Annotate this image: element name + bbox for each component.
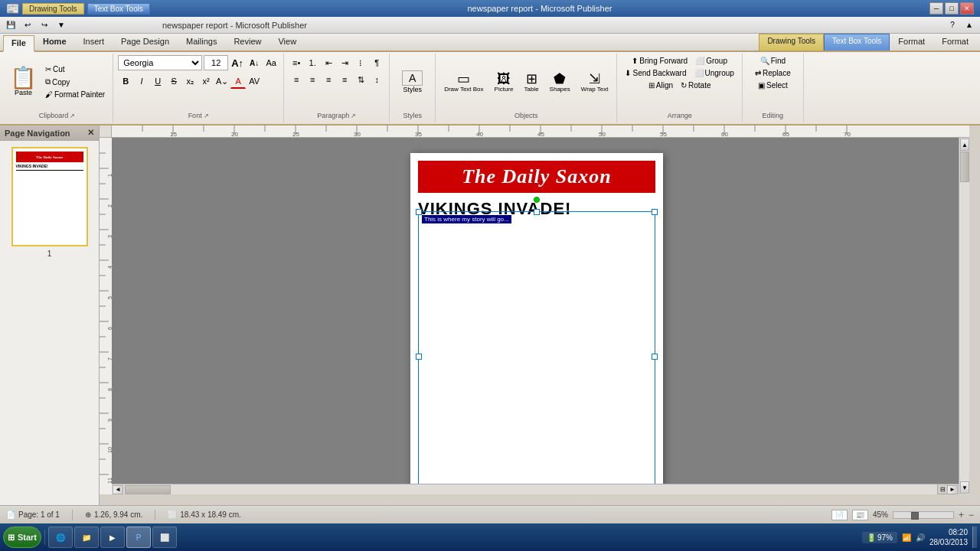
vertical-scrollbar[interactable]: ▲ ▼ (959, 138, 969, 494)
align-left-button[interactable]: ≡ (289, 72, 304, 87)
tab-view[interactable]: View (270, 34, 305, 51)
start-button[interactable]: ⊞ Start (3, 527, 41, 548)
rotate-handle[interactable] (534, 197, 540, 203)
taskbar-explorer-btn[interactable]: 📁 (74, 527, 99, 548)
qa-dropdown-btn[interactable]: ▼ (54, 18, 69, 32)
find-button[interactable]: 🔍 Find (757, 55, 789, 67)
close-button[interactable]: ✕ (960, 2, 974, 15)
copy-button[interactable]: ⧉ Copy (42, 76, 108, 88)
tab-format1[interactable]: Format (890, 34, 933, 51)
selected-text-box[interactable]: This is where my story will go... (418, 211, 655, 494)
text-direction-button[interactable]: ⇅ (353, 72, 368, 87)
scroll-thumb-vertical[interactable] (960, 152, 969, 182)
tab-drawing-tools[interactable]: Drawing Tools (759, 34, 824, 51)
taskbar-other-btn[interactable]: ⬜ (152, 527, 177, 548)
scroll-thumb-horizontal[interactable] (125, 485, 171, 494)
zoom-slider[interactable] (893, 511, 954, 519)
taskbar-media-btn[interactable]: ▶ (100, 527, 125, 548)
title-bar: 📰 Drawing Tools Text Box Tools newspaper… (0, 0, 980, 17)
handle-middle-left[interactable] (416, 354, 422, 360)
tab-format2[interactable]: Format (933, 34, 977, 51)
zoom-in-btn[interactable]: + (959, 510, 964, 520)
redo-quick-btn[interactable]: ↪ (37, 18, 52, 32)
undo-quick-btn[interactable]: ↩ (20, 18, 35, 32)
tab-insert[interactable]: Insert (75, 34, 113, 51)
svg-text:5: 5 (107, 296, 112, 299)
bullets-button[interactable]: ≡• (289, 55, 304, 70)
shapes-button[interactable]: ⬟ Shapes (546, 70, 574, 95)
tab-home[interactable]: Home (34, 34, 75, 51)
picture-button[interactable]: 🖼 Picture (491, 70, 518, 95)
view-single-btn[interactable]: 📄 (831, 510, 848, 520)
tab-mailings[interactable]: Mailings (178, 34, 225, 51)
ribbon-toggle-btn[interactable]: ▲ (962, 18, 977, 32)
draw-text-box-button[interactable]: ▭ Draw Text Box (440, 70, 487, 95)
handle-top-left[interactable] (416, 209, 422, 215)
rotate-button[interactable]: ↻ Rotate (678, 80, 714, 91)
wrap-text-button[interactable]: ⇲ Wrap Text (577, 70, 612, 95)
font-name-select[interactable]: Georgia (118, 55, 202, 70)
ungroup-button[interactable]: ⬜ Ungroup (691, 67, 737, 79)
strikethrough-button[interactable]: S (166, 73, 181, 89)
save-quick-btn[interactable]: 💾 (3, 18, 18, 32)
scroll-left-btn[interactable]: ◄ (113, 485, 123, 494)
group-button[interactable]: ⬜ Group (692, 55, 730, 67)
underline-button[interactable]: U (150, 73, 165, 89)
text-spacing-button[interactable]: AV (247, 73, 262, 89)
help-btn[interactable]: ? (945, 18, 960, 32)
tab-review[interactable]: Review (225, 34, 270, 51)
line-spacing-button[interactable]: ↕ (369, 72, 384, 87)
align-center-button[interactable]: ≡ (305, 72, 320, 87)
styles-button[interactable]: A Styles (398, 68, 426, 96)
scroll-up-btn[interactable]: ▲ (960, 139, 969, 151)
indent-more-button[interactable]: ⇥ (337, 55, 352, 70)
tab-file[interactable]: File (3, 35, 34, 52)
zoom-thumb[interactable] (911, 512, 919, 520)
horizontal-scrollbar[interactable]: ◄ ► ⊟ (112, 484, 959, 494)
text-effects-button[interactable]: A⌄ (214, 73, 230, 89)
align-button[interactable]: ⊞ Align (645, 80, 676, 91)
handle-top-middle[interactable] (534, 209, 540, 215)
show-desktop-btn[interactable] (972, 527, 977, 548)
maximize-button[interactable]: □ (945, 2, 959, 15)
send-backward-button[interactable]: ⬇ Send Backward (622, 67, 689, 79)
tab-page-design[interactable]: Page Design (113, 34, 178, 51)
font-expand[interactable]: ↗ (204, 112, 209, 119)
font-size-input[interactable] (204, 55, 228, 70)
tab-textbox-tools[interactable]: Text Box Tools (824, 34, 890, 51)
indent-less-button[interactable]: ⇤ (321, 55, 336, 70)
numbering-button[interactable]: 1. (305, 55, 320, 70)
bring-forward-button[interactable]: ⬆ Bring Forward (629, 55, 691, 67)
shrink-font-button[interactable]: A↓ (247, 55, 262, 70)
subscript-button[interactable]: x₂ (182, 73, 198, 89)
show-marks-button[interactable]: ¶ (369, 55, 384, 70)
zoom-out-btn[interactable]: − (969, 510, 974, 520)
handle-top-right[interactable] (652, 209, 658, 215)
clipboard-expand[interactable]: ↗ (70, 112, 75, 119)
scroll-down-btn[interactable]: ▼ (960, 481, 969, 494)
cut-button[interactable]: ✂ Cut (42, 64, 108, 75)
font-color-button[interactable]: A (230, 73, 246, 89)
format-painter-button[interactable]: 🖌 Format Painter (42, 89, 108, 100)
paragraph-expand[interactable]: ↗ (351, 112, 356, 119)
italic-button[interactable]: I (134, 73, 149, 89)
paste-button[interactable]: 📋 Paste (6, 65, 41, 99)
grow-font-button[interactable]: A↑ (230, 55, 245, 70)
clear-format-button[interactable]: Aa (263, 55, 279, 70)
view-spread-btn[interactable]: 📰 (852, 510, 868, 520)
columns-button[interactable]: ⫶ (353, 55, 368, 70)
align-right-button[interactable]: ≡ (321, 72, 336, 87)
handle-middle-right[interactable] (652, 354, 658, 360)
table-button[interactable]: ⊞ Table (520, 70, 542, 95)
taskbar-ie-btn[interactable]: 🌐 (48, 527, 73, 548)
justify-button[interactable]: ≡ (337, 72, 352, 87)
bold-button[interactable]: B (118, 73, 133, 89)
scroll-right-btn[interactable]: ► (947, 485, 958, 494)
page-thumbnail[interactable]: The Daily Saxon VIKINGS INVADE! (11, 147, 88, 246)
page-nav-close-btn[interactable]: ✕ (87, 128, 94, 138)
minimize-button[interactable]: ─ (929, 2, 943, 15)
superscript-button[interactable]: x² (198, 73, 214, 89)
taskbar-publisher-btn[interactable]: P (126, 527, 151, 548)
replace-button[interactable]: ⇄ Replace (752, 67, 794, 79)
select-button[interactable]: ▣ Select (755, 80, 791, 91)
